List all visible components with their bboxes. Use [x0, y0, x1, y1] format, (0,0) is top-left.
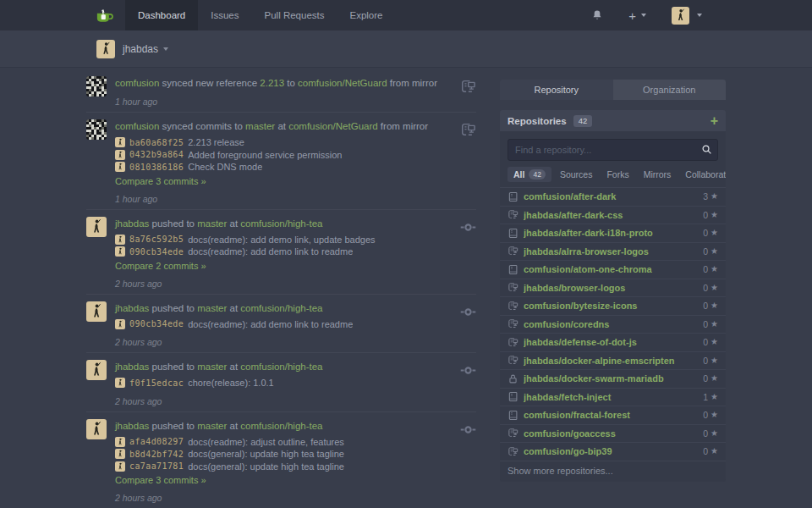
commit-icon: [454, 359, 476, 406]
commit-line: f0f15edcac chore(release): 1.0.1: [115, 377, 454, 389]
repo-list-item[interactable]: comfusion/go-bip39 0★: [500, 442, 726, 461]
actor-avatar[interactable]: [86, 360, 107, 380]
feed-item: jhabdas pushed to master at comfusion/hi…: [86, 412, 476, 508]
repo-list-item[interactable]: jhabdas/docker-swarm-mariadb 0★: [500, 369, 726, 388]
repo-name: jhabdas/docker-alpine-emscripten: [524, 356, 698, 366]
repo-list-item[interactable]: comfusion/fractal-forest 0★: [500, 406, 726, 424]
repo-list-item[interactable]: jhabdas/after-dark-i18n-proto 0★: [500, 224, 726, 242]
repo-star-count: 0★: [703, 210, 718, 220]
nav-item-pull-requests[interactable]: Pull Requests: [252, 0, 337, 30]
notifications-bell-icon[interactable]: [581, 9, 613, 21]
actor-avatar[interactable]: [86, 217, 107, 237]
filter-tab-all[interactable]: All42: [508, 167, 551, 182]
repo-list-item[interactable]: jhabdas/fetch-inject 1★: [500, 388, 726, 406]
feed-link[interactable]: master: [197, 421, 227, 431]
commit-sha-link[interactable]: afa4d08297: [129, 437, 184, 446]
star-icon: ★: [710, 338, 718, 346]
private-lock-icon: [508, 373, 518, 384]
feed-link[interactable]: comfusion/high-tea: [240, 362, 322, 372]
feed-link[interactable]: 2.213: [260, 78, 284, 88]
user-menu-dropdown[interactable]: [663, 7, 710, 25]
repo-name: comfusion/bytesize-icons: [524, 301, 698, 311]
actor-avatar[interactable]: [86, 419, 107, 439]
star-icon: ★: [710, 411, 718, 419]
commit-sha-link[interactable]: 8a76c592b5: [129, 235, 184, 244]
committer-avatar: [115, 437, 125, 447]
actor-avatar[interactable]: [86, 301, 107, 322]
compare-commits-link[interactable]: Compare 2 commits »: [115, 261, 206, 271]
nav-item-issues[interactable]: Issues: [198, 0, 251, 30]
star-icon: ★: [710, 284, 718, 292]
repo-list-item[interactable]: comfusion/goaccess 0★: [500, 424, 726, 443]
feed-text: at: [227, 218, 240, 229]
feed-commit-list: 8a76c592b5 docs(readme): add demo link, …: [115, 234, 454, 272]
feed-link[interactable]: comfusion/high-tea: [240, 303, 322, 313]
commit-sha-link[interactable]: ba60a68f25: [129, 138, 184, 147]
feed-item: jhabdas pushed to master at comfusion/hi…: [86, 353, 476, 412]
repo-list-item[interactable]: comfusion/coredns 0★: [500, 315, 726, 334]
commit-sha-link[interactable]: f0f15edcac: [129, 378, 184, 388]
add-repository-button[interactable]: +: [710, 114, 718, 128]
mirror-repo-icon: [508, 318, 518, 329]
filter-tab-collaborative[interactable]: Collaborative: [679, 167, 726, 182]
filter-tab-sources[interactable]: Sources: [554, 167, 599, 182]
feed-link[interactable]: comfusion/high-tea: [240, 421, 322, 431]
feed-link[interactable]: jhabdas: [115, 303, 149, 313]
repo-list-item[interactable]: comfusion/bytesize-icons 0★: [500, 296, 726, 315]
feed-link[interactable]: master: [197, 362, 227, 372]
tab-organization[interactable]: Organization: [613, 80, 727, 100]
repo-list-item[interactable]: jhabdas/after-dark-css 0★: [500, 206, 726, 224]
feed-link[interactable]: master: [197, 303, 227, 313]
gitea-logo-icon[interactable]: [91, 0, 125, 30]
feed-text: synced new reference: [159, 78, 260, 88]
repo-list-item[interactable]: jhabdas/browser-logos 0★: [500, 279, 726, 297]
feed-link[interactable]: comfusion/NetGuard: [298, 78, 387, 88]
repository-search-input[interactable]: [508, 139, 718, 161]
repo-list-item[interactable]: comfusion/atom-one-chroma 0★: [500, 260, 726, 279]
feed-text: pushed to: [149, 362, 197, 372]
star-icon: ★: [710, 265, 718, 273]
compare-commits-link[interactable]: Compare 3 commits »: [115, 475, 206, 485]
commit-icon: [454, 418, 476, 504]
feed-link[interactable]: master: [245, 121, 275, 131]
commit-sha-link[interactable]: 0432b9a864: [129, 150, 184, 159]
filter-tab-mirrors[interactable]: Mirrors: [638, 167, 678, 182]
repo-star-count: 0★: [703, 373, 718, 384]
context-user-switcher[interactable]: jhabdas: [123, 43, 168, 55]
actor-avatar[interactable]: [86, 76, 107, 97]
feed-link[interactable]: master: [197, 218, 227, 229]
repo-list-item[interactable]: jhabdas/docker-alpine-emscripten 0★: [500, 351, 726, 370]
feed-link[interactable]: comfusion/NetGuard: [288, 121, 377, 131]
feed-link[interactable]: comfusion: [115, 121, 159, 131]
compare-commits-link[interactable]: Compare 3 commits »: [115, 176, 206, 186]
repo-name: comfusion/goaccess: [524, 428, 698, 439]
feed-link[interactable]: comfusion: [115, 78, 159, 88]
feed-link[interactable]: jhabdas: [115, 218, 149, 229]
show-more-repositories-link[interactable]: Show more repositories...: [500, 461, 726, 482]
repo-list-item[interactable]: jhabdas/defense-of-dot-js 0★: [500, 333, 726, 351]
commit-sha-link[interactable]: b8d42bf742: [129, 450, 184, 459]
actor-avatar[interactable]: [86, 119, 107, 140]
tab-repository[interactable]: Repository: [500, 80, 613, 100]
commit-message: docs(readme): add demo link, update badg…: [188, 235, 375, 245]
repo-list-item[interactable]: jhabdas/alrra-browser-logos 0★: [500, 242, 726, 261]
nav-item-explore[interactable]: Explore: [337, 0, 395, 30]
committer-avatar: [115, 137, 125, 147]
star-icon: ★: [710, 192, 718, 201]
context-user-avatar[interactable]: [96, 40, 115, 58]
chevron-down-icon: [641, 14, 646, 17]
feed-link[interactable]: comfusion/high-tea: [240, 218, 322, 229]
commit-sha-link[interactable]: 0810386186: [129, 163, 184, 172]
filter-tab-forks[interactable]: Forks: [601, 167, 634, 182]
nav-item-dashboard[interactable]: Dashboard: [125, 0, 198, 30]
feed-item: comfusion synced new reference 2.213 to …: [86, 69, 476, 113]
feed-link[interactable]: jhabdas: [115, 362, 149, 372]
commit-sha-link[interactable]: 090cb34ede: [129, 319, 184, 329]
repo-list-item[interactable]: comfusion/after-dark 3★: [500, 187, 726, 206]
feed-title: jhabdas pushed to master at comfusion/hi…: [115, 418, 454, 433]
commit-sha-link[interactable]: ca7aa71781: [129, 461, 184, 471]
feed-link[interactable]: jhabdas: [115, 421, 149, 431]
commit-sha-link[interactable]: 090cb34ede: [129, 247, 184, 257]
commit-line: 8a76c592b5 docs(readme): add demo link, …: [115, 234, 454, 246]
create-new-dropdown[interactable]: +: [618, 9, 656, 22]
